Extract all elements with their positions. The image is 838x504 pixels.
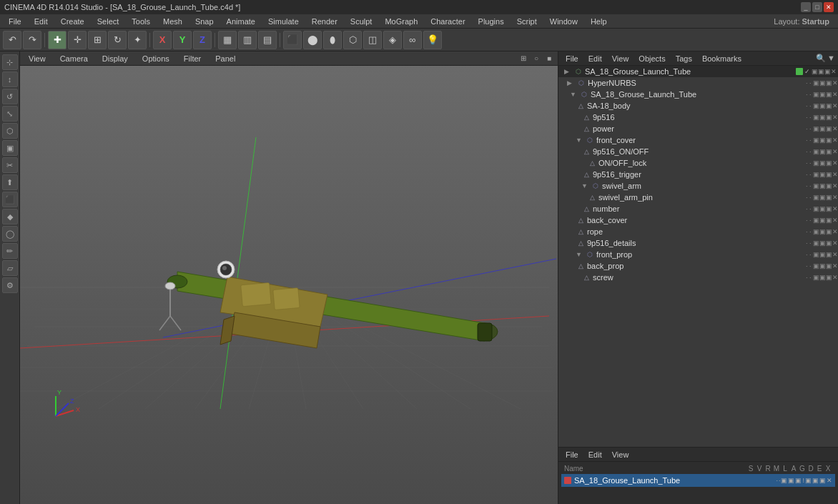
toolbar-live-selection[interactable]: ✚ xyxy=(48,31,66,49)
toolbar-rotate[interactable]: ↻ xyxy=(108,31,127,49)
tool-magnet[interactable]: ◯ xyxy=(2,226,18,242)
vp-tab-filter[interactable]: Filter xyxy=(178,53,207,64)
tree-expand-swivel[interactable]: ▼ xyxy=(581,182,590,189)
vp-ctrl-2[interactable]: ○ xyxy=(531,53,542,64)
tree-sa18-body[interactable]: △ SA-18_body · · ▣▣▣✕ xyxy=(558,100,838,112)
menu-snap[interactable]: Snap xyxy=(189,16,220,27)
menu-help[interactable]: Help xyxy=(585,16,613,27)
toolbar-film-strip1[interactable]: ▦ xyxy=(218,31,237,49)
tool-scale[interactable]: ⤡ xyxy=(2,106,18,122)
menu-simulate[interactable]: Simulate xyxy=(262,16,305,27)
menu-file[interactable]: File xyxy=(3,16,27,27)
toolbar-material[interactable]: ◈ xyxy=(383,31,402,49)
tool-knife[interactable]: ✂ xyxy=(2,157,18,173)
menu-select[interactable]: Select xyxy=(92,16,125,27)
rb-file[interactable]: File xyxy=(561,449,583,460)
close-btn[interactable]: ✕ xyxy=(824,2,834,12)
tree-back-cover[interactable]: △ back_cover · · ▣▣▣✕ xyxy=(558,214,838,226)
menu-render[interactable]: Render xyxy=(306,16,343,27)
menu-mesh[interactable]: Mesh xyxy=(157,16,188,27)
rb-edit[interactable]: Edit xyxy=(584,449,606,460)
tool-loop[interactable]: ▣ xyxy=(2,140,18,156)
menu-animate[interactable]: Animate xyxy=(221,16,261,27)
tree-power[interactable]: △ power · · ▣▣▣✕ xyxy=(558,123,838,134)
tree-expand-hn[interactable]: ▶ xyxy=(567,79,576,87)
rm-filter-icon[interactable]: ▼ xyxy=(827,54,835,63)
tool-rotate[interactable]: ↺ xyxy=(2,89,18,104)
rm-tags[interactable]: Tags xyxy=(671,53,696,64)
toolbar-spline[interactable]: ∞ xyxy=(403,31,422,49)
tree-onoff[interactable]: △ 9p516_ON/OFF · · ▣▣▣✕ xyxy=(558,146,838,157)
tree-trigger[interactable]: △ 9p516_trigger · · ▣▣▣✕ xyxy=(558,169,838,180)
menu-edit[interactable]: Edit xyxy=(29,16,54,27)
toolbar-scale[interactable]: ⊞ xyxy=(88,31,107,49)
tree-details[interactable]: △ 9p516_details · · ▣▣▣✕ xyxy=(558,237,838,249)
menu-plugins[interactable]: Plugins xyxy=(473,16,510,27)
attr-selected-row[interactable]: SA_18_Grouse_Launch_Tube · · ▣ ▣ ▣ ! ▣ ▣… xyxy=(561,474,835,487)
toolbar-film-strip3[interactable]: ▤ xyxy=(258,31,277,49)
tree-screw[interactable]: △ screw · · ▣▣▣✕ xyxy=(558,272,838,283)
3d-viewport[interactable]: Perspective xyxy=(20,66,558,504)
tree-front-cover[interactable]: ▼ ⬡ front_cover · · ▣▣▣✕ xyxy=(558,134,838,146)
menu-character[interactable]: Character xyxy=(425,16,470,27)
tree-9p516[interactable]: △ 9p516 · · ▣▣▣✕ xyxy=(558,112,838,123)
menu-tools[interactable]: Tools xyxy=(126,16,156,27)
toolbar-sphere[interactable]: ⬤ xyxy=(303,31,322,49)
toolbar-redo[interactable]: ↷ xyxy=(23,31,41,49)
toolbar-y-axis[interactable]: Y xyxy=(173,31,192,49)
toolbar-undo[interactable]: ↶ xyxy=(3,31,21,49)
toolbar-bulb[interactable]: 💡 xyxy=(423,31,442,49)
tool-poly[interactable]: ⬡ xyxy=(2,123,18,139)
tree-back-prop[interactable]: △ back_prop · · ▣▣▣✕ xyxy=(558,260,838,272)
tool-bridge[interactable]: ⬛ xyxy=(2,192,18,207)
tree-expand-fp[interactable]: ▼ xyxy=(576,251,584,258)
rb-view[interactable]: View xyxy=(608,449,634,460)
menu-sculpt[interactable]: Sculpt xyxy=(345,16,378,27)
vp-ctrl-3[interactable]: ■ xyxy=(543,53,555,64)
rm-search-icon[interactable]: 🔍 xyxy=(816,54,826,63)
tree-swivel[interactable]: ▼ ⬡ swivel_arm · · ▣▣▣✕ xyxy=(558,180,838,192)
tool-weld[interactable]: ◆ xyxy=(2,209,18,224)
tree-root[interactable]: ▶ ⬡ SA_18_Grouse_Launch_Tube ✓ ▣▣▣✕ xyxy=(558,66,838,77)
rm-objects[interactable]: Objects xyxy=(634,53,669,64)
tool-paint[interactable]: ✏ xyxy=(2,243,18,259)
tool-select[interactable]: ⊹ xyxy=(2,54,18,70)
tree-swivel-pin[interactable]: △ swivel_arm_pin · · ▣▣▣✕ xyxy=(558,192,838,203)
vp-tab-options[interactable]: Options xyxy=(137,53,175,64)
toolbar-transform[interactable]: ✦ xyxy=(128,31,147,49)
tree-expand-root[interactable]: ▶ xyxy=(564,68,573,75)
tree-sub-root[interactable]: ▼ ⬡ SA_18_Grouse_Launch_Tube · · ▣▣▣✕ xyxy=(558,89,838,100)
tool-extrude[interactable]: ⬆ xyxy=(2,174,18,190)
menu-script[interactable]: Script xyxy=(511,16,543,27)
vp-tab-camera[interactable]: Camera xyxy=(54,53,94,64)
tree-expand-sub[interactable]: ▼ xyxy=(570,91,578,98)
toolbar-cylinder[interactable]: ⬮ xyxy=(323,31,342,49)
tree-onoff-lock[interactable]: △ ON/OFF_lock · · ▣▣▣✕ xyxy=(558,157,838,169)
tree-front-prop[interactable]: ▼ ⬡ front_prop · · ▣▣▣✕ xyxy=(558,249,838,260)
tool-measure[interactable]: ▱ xyxy=(2,260,18,276)
toolbar-z-axis[interactable]: Z xyxy=(193,31,212,49)
tree-number[interactable]: △ number · · ▣▣▣✕ xyxy=(558,203,838,214)
menu-window[interactable]: Window xyxy=(544,16,583,27)
tool-move[interactable]: ↕ xyxy=(2,71,18,87)
rm-file[interactable]: File xyxy=(561,53,583,64)
menu-mograph[interactable]: MoGraph xyxy=(379,16,423,27)
rm-view[interactable]: View xyxy=(608,53,634,64)
toolbar-x-axis[interactable]: X xyxy=(153,31,172,49)
rm-bookmarks[interactable]: Bookmarks xyxy=(698,53,746,64)
toolbar-camera[interactable]: ◫ xyxy=(363,31,382,49)
vp-tab-panel[interactable]: Panel xyxy=(210,53,241,64)
vp-ctrl-1[interactable]: ⊞ xyxy=(518,53,529,64)
tool-settings[interactable]: ⚙ xyxy=(2,277,18,293)
tree-rope[interactable]: △ rope · · ▣▣▣✕ xyxy=(558,226,838,237)
tree-expand-fc[interactable]: ▼ xyxy=(576,137,584,144)
rm-edit[interactable]: Edit xyxy=(584,53,606,64)
toolbar-move[interactable]: ✛ xyxy=(68,31,87,49)
vp-tab-view[interactable]: View xyxy=(23,53,51,64)
toolbar-cube[interactable]: ⬛ xyxy=(283,31,302,49)
menu-create[interactable]: Create xyxy=(55,16,90,27)
maximize-btn[interactable]: □ xyxy=(812,2,822,12)
toolbar-light[interactable]: ⬡ xyxy=(343,31,362,49)
tree-hypernurbs[interactable]: ▶ ⬡ HyperNURBS · · ▣▣▣✕ xyxy=(558,77,838,89)
minimize-btn[interactable]: _ xyxy=(801,2,811,12)
